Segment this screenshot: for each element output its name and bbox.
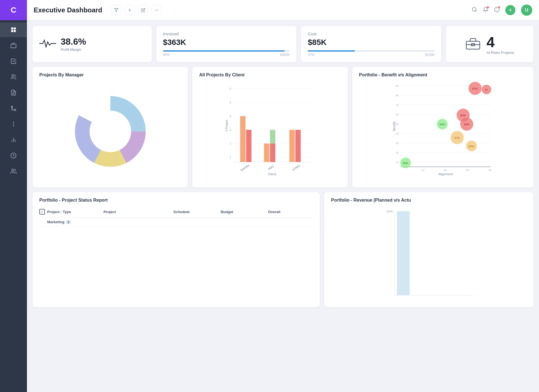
cost-percent: 37% [308,53,314,57]
user-avatar[interactable]: U [521,4,532,16]
sidebar-item-document[interactable] [0,85,27,100]
scatter-plot: 90 80 70 60 50 40 30 20 10 [359,81,527,176]
stats-row: 38.6% Profit Margin Invoiced $363K 96% $… [27,20,539,62]
svg-point-12 [13,126,14,127]
sidebar-item-briefcase[interactable] [0,38,27,53]
profit-margin-value: 38.6% [61,37,86,47]
svg-text:$85K: $85K [464,123,469,126]
svg-rect-2 [11,30,13,32]
bar-chart-area: 6 5 4 3 2 1 [199,81,341,176]
revenue-chart: 400K [331,206,527,302]
risk-count: 4 [487,34,514,51]
more-options-button[interactable] [152,5,162,15]
svg-text:6: 6 [230,87,231,90]
svg-text:$60K: $60K [460,114,466,117]
svg-rect-56 [295,130,301,162]
projects-by-client-card: All Projects By Client 6 5 4 3 2 1 [192,67,348,188]
svg-rect-29 [466,41,480,49]
sidebar-item-analytics[interactable] [0,133,27,147]
svg-text:10: 10 [396,161,399,164]
svg-text:4: 4 [230,115,231,118]
alert-dot [498,6,500,8]
charts-row: Projects By Manager All Projects By Clie… [27,62,539,188]
svg-point-9 [11,106,13,108]
select-all-checkbox[interactable]: ✓ [39,209,45,215]
risk-card: 4 At Risks Projects [446,26,533,62]
edit-button[interactable] [138,5,148,15]
svg-rect-1 [14,28,16,29]
svg-rect-53 [270,143,275,162]
projects-by-client-title: All Projects By Client [199,72,341,78]
svg-text:2: 2 [230,142,231,145]
svg-text:50: 50 [396,122,399,126]
sidebar-item-tasks[interactable] [0,54,27,69]
svg-text:60: 60 [396,113,399,116]
search-button[interactable] [472,7,477,13]
svg-text:40: 40 [396,132,399,135]
sidebar: C [0,0,27,392]
filter-button[interactable] [111,5,121,15]
notification-dot [487,6,489,8]
revenue-card: Portfolio - Revenue (Planned v/s Actu 40… [324,192,533,307]
add-button[interactable]: + [505,5,515,15]
cost-card: Cost $85K 37% $228K [301,26,441,62]
cost-max: $228K [425,53,435,57]
sidebar-nav [0,20,27,181]
sidebar-logo[interactable]: C [0,0,27,20]
svg-rect-51 [246,130,252,162]
svg-text:# Project: # Project [225,120,228,131]
bottom-row: Portfolio - Project Status Report ✓ Proj… [27,188,539,313]
col-header-schedule: Schedule [173,210,219,214]
cost-label: Cost [308,31,435,36]
svg-rect-3 [14,30,16,32]
svg-rect-55 [289,130,295,162]
invoiced-max: $380K [280,53,290,57]
risk-label: At Risks Projects [487,51,514,55]
svg-text:60: 60 [466,168,469,172]
sidebar-item-more[interactable] [0,117,27,131]
portfolio-status-title: Portfolio - Project Status Report [39,198,313,203]
svg-text:HBO: HBO [267,165,275,171]
topbar-actions [109,5,162,15]
profit-margin-label: Profit Margin [61,47,86,52]
sidebar-item-dashboard[interactable] [0,22,27,37]
svg-point-24 [472,7,476,11]
donut-chart [39,81,181,182]
sidebar-item-team[interactable] [0,70,27,84]
col-header-type: Project : Type [47,210,101,214]
svg-text:400K: 400K [387,210,393,213]
svg-text:Client: Client [268,172,277,176]
svg-text:1: 1 [230,156,231,159]
sidebar-item-users[interactable] [0,164,27,179]
svg-text:70: 70 [396,103,399,106]
add-widget-button[interactable] [125,5,135,15]
svg-rect-54 [270,130,275,143]
svg-text:30: 30 [396,142,399,145]
svg-text:80: 80 [396,94,399,97]
table-header: ✓ Project : Type Project Schedule Budget… [39,206,313,218]
cost-progress: 37% $228K [308,49,435,57]
projects-by-manager-card: Projects By Manager [33,67,188,188]
svg-point-36 [91,112,130,151]
projects-by-manager-title: Projects By Manager [39,72,181,78]
svg-text:KPMG: KPMG [292,164,301,172]
topbar: Executive Dashboard [27,0,539,20]
alerts-button[interactable] [494,7,500,13]
svg-text:$7: $7 [485,88,488,91]
svg-text:80: 80 [488,168,492,172]
sidebar-item-git[interactable] [0,101,27,116]
notifications-button[interactable] [483,7,488,13]
svg-marker-18 [114,8,118,12]
svg-point-5 [12,75,14,77]
col-header-project: Project [104,210,171,214]
invoiced-label: Invoiced [163,31,290,36]
sidebar-item-history[interactable] [0,148,27,163]
cost-amount: $85K [308,38,435,47]
svg-rect-4 [11,44,16,48]
svg-point-22 [156,10,157,10]
svg-rect-52 [264,143,270,162]
revenue-title: Portfolio - Revenue (Planned v/s Actu [331,198,527,203]
svg-rect-50 [240,116,246,162]
benefit-alignment-card: Portfolio - Benefit v/s Alignment 90 80 … [352,67,533,188]
svg-text:$70K: $70K [472,87,478,90]
